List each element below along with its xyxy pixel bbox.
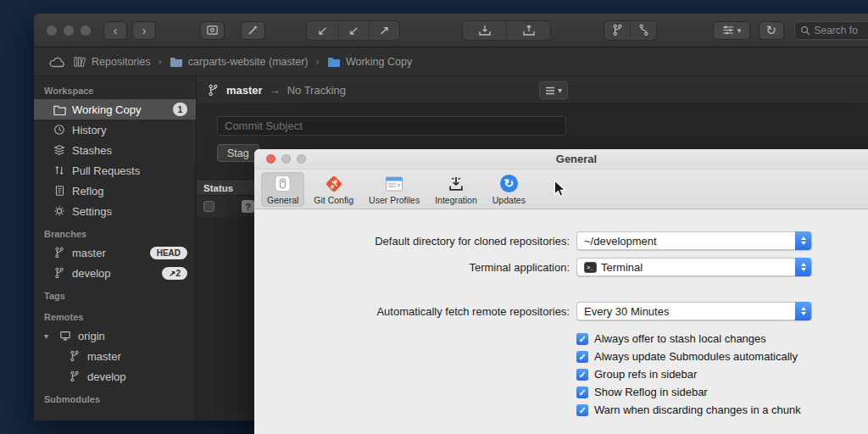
commit-button[interactable] xyxy=(200,21,225,40)
auto-fetch-value: Every 30 Minutes xyxy=(577,305,669,318)
group-refs-checkbox[interactable]: ✓ xyxy=(576,369,588,381)
forward-button[interactable]: › xyxy=(132,21,156,40)
sidebar-item-remote-develop[interactable]: develop xyxy=(34,366,196,387)
tab-integration[interactable]: Integration xyxy=(429,172,483,207)
sidebar-item-remote-master[interactable]: master xyxy=(34,346,196,366)
stash-group xyxy=(462,20,551,41)
tab-label: User Profiles xyxy=(369,195,420,205)
gear-icon xyxy=(53,204,66,218)
search-icon xyxy=(800,25,810,36)
fetch-button[interactable]: ↙ xyxy=(338,21,369,40)
terminal-app-value: Terminal xyxy=(601,261,643,274)
dialog-zoom-button[interactable] xyxy=(297,154,306,164)
auto-fetch-row: Automatically fetch remote repositories:… xyxy=(254,302,868,320)
terminal-app-popup[interactable]: >_ Terminal xyxy=(576,258,812,276)
sidebar-item-branch-develop[interactable]: develop ↗2 xyxy=(34,263,196,283)
wand-icon xyxy=(247,24,259,36)
merge-tool-icon xyxy=(637,24,650,36)
dialog-minimize-button[interactable] xyxy=(281,154,291,164)
popup-stepper-icon xyxy=(795,258,811,276)
pop-stash-button[interactable] xyxy=(506,21,549,40)
view-filter-button[interactable]: ▾ xyxy=(713,21,750,40)
stage-file-checkbox[interactable] xyxy=(203,201,214,212)
toolbar-search[interactable] xyxy=(794,21,868,40)
checkbox-label: Show Reflog in sidebar xyxy=(594,386,708,398)
remote-icon xyxy=(58,329,72,342)
mouse-cursor-icon xyxy=(554,180,567,198)
dialog-close-button[interactable] xyxy=(266,154,275,164)
sidebar-item-history[interactable]: History xyxy=(34,120,196,140)
back-button[interactable]: ‹ xyxy=(103,21,127,40)
sidebar-item-settings[interactable]: Settings xyxy=(34,201,196,221)
sidebar-item-label: develop xyxy=(87,370,126,383)
sidebar-item-working-copy[interactable]: Working Copy 1 xyxy=(34,99,196,120)
dialog-titlebar: General xyxy=(254,149,868,170)
breadcrumb-working-copy[interactable]: Working Copy xyxy=(327,56,412,68)
sidebar-item-stashes[interactable]: Stashes xyxy=(34,140,196,160)
sidebar-item-label: Settings xyxy=(72,205,112,218)
sidebar-section-tags: Tags xyxy=(34,283,196,304)
branch-group xyxy=(604,20,657,41)
journal-icon xyxy=(53,184,66,198)
disclosure-triangle-icon[interactable]: ▾ xyxy=(44,331,53,341)
stage-button[interactable]: Stag xyxy=(217,144,259,162)
checkout-group: ↙ ↙ ↗ xyxy=(306,20,400,41)
status-header-label: Status xyxy=(203,183,233,193)
cloud-icon[interactable] xyxy=(49,56,66,68)
refresh-button[interactable]: ↻ xyxy=(759,21,783,40)
refresh-icon: ↻ xyxy=(766,22,777,39)
sidebar-item-label: master xyxy=(87,350,121,363)
stash-button[interactable] xyxy=(463,21,506,40)
user-profiles-icon xyxy=(385,174,404,193)
zoom-button[interactable] xyxy=(81,25,91,36)
checkbox-row-stash: ✓ Always offer to stash local changes xyxy=(576,330,868,348)
merge-button[interactable] xyxy=(630,21,656,40)
tab-updates[interactable]: ↻ Updates xyxy=(487,172,531,207)
checkbox-row-submodules: ✓ Always update Submodules automatically xyxy=(576,348,868,365)
checkbox-label: Group refs in sidebar xyxy=(594,368,697,381)
chevron-down-icon: ▾ xyxy=(558,86,562,95)
discard-button[interactable] xyxy=(241,21,265,40)
view-options-button[interactable]: ▾ xyxy=(539,81,568,99)
tab-general[interactable]: General xyxy=(261,172,304,207)
sidebar-item-remote-origin[interactable]: ▾ origin xyxy=(34,326,196,346)
push-button[interactable]: ↗ xyxy=(369,21,399,40)
pull-button[interactable]: ↙ xyxy=(307,21,337,40)
general-icon xyxy=(273,174,292,193)
breadcrumb-repositories-label: Repositories xyxy=(92,56,150,68)
default-directory-popup[interactable]: ~/development xyxy=(576,231,812,250)
sidebar-item-label: Pull Requests xyxy=(72,164,140,177)
sidebar-section-workspace: Workspace xyxy=(34,78,196,99)
current-branch-label: master xyxy=(226,84,263,97)
search-input[interactable] xyxy=(815,25,868,36)
breadcrumb-separator-icon: › xyxy=(316,55,320,68)
dialog-body: Default directory for cloned repositorie… xyxy=(254,209,868,419)
tab-label: General xyxy=(267,195,298,205)
default-directory-value: ~/development xyxy=(577,235,657,248)
branch-tool-icon xyxy=(611,24,624,36)
auto-fetch-popup[interactable]: Every 30 Minutes xyxy=(576,302,812,320)
show-reflog-checkbox[interactable]: ✓ xyxy=(576,387,588,398)
stash-local-changes-checkbox[interactable]: ✓ xyxy=(576,333,588,345)
commit-subject-input[interactable] xyxy=(217,116,566,136)
minimize-button[interactable] xyxy=(64,25,74,36)
sidebar-item-branch-master[interactable]: master HEAD xyxy=(34,242,196,263)
branch-icon xyxy=(68,370,81,383)
sidebar-item-reflog[interactable]: Reflog xyxy=(34,181,196,201)
sidebar-item-label: Reflog xyxy=(72,185,104,198)
checkbox-row-warn: ✓ Warn when discarding changes in a chun… xyxy=(576,401,868,419)
branch-button[interactable] xyxy=(604,21,630,40)
checkbox-row-reflog: ✓ Show Reflog in sidebar xyxy=(576,383,868,401)
breadcrumb-repositories[interactable]: Repositories xyxy=(74,56,150,68)
ahead-badge: ↗2 xyxy=(162,267,187,280)
warn-discard-checkbox[interactable]: ✓ xyxy=(576,404,588,416)
branch-header: master → No Tracking ▾ xyxy=(197,76,868,104)
sidebar-item-pull-requests[interactable]: Pull Requests xyxy=(34,160,196,181)
traffic-lights xyxy=(47,25,91,36)
update-submodules-checkbox[interactable]: ✓ xyxy=(576,351,588,363)
breadcrumb-working-copy-label: Working Copy xyxy=(346,56,412,68)
close-button[interactable] xyxy=(47,25,57,36)
tab-git-config[interactable]: Git Config xyxy=(308,172,359,207)
breadcrumb-repo[interactable]: carparts-website (master) xyxy=(170,56,309,68)
tab-user-profiles[interactable]: User Profiles xyxy=(363,172,426,207)
